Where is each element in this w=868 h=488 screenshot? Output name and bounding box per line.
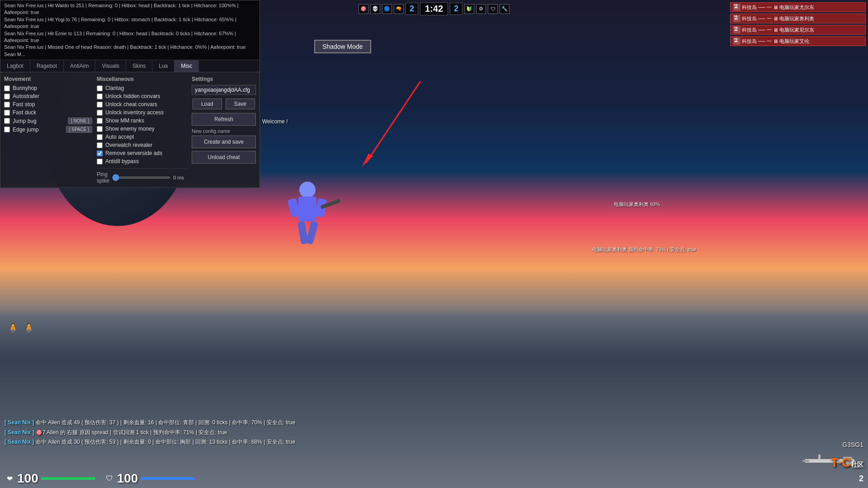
remove-serverside-ads-checkbox[interactable] <box>97 150 103 156</box>
enemy-info-2: 电脑玩家奥利奥 预判命中率: 71% | 安全点: true <box>592 246 696 253</box>
chat-name-1: [ Sean Nix ] <box>5 419 34 426</box>
hud-top-center: 🎯 💀 🔵 🔫 2 1:42 2 🔰 ⚙ 🛡 🔧 <box>359 2 509 15</box>
tab-misc[interactable]: Misc <box>175 60 199 72</box>
kill-log-line-1: Sean Nix Free.ius | Hit Waldo to 251 | R… <box>4 2 256 16</box>
shadow-mode-button[interactable]: Shadow Mode <box>314 40 371 53</box>
ping-spike-row: Ping spike 0 ms <box>97 168 187 184</box>
overwatch-revealer-label: Overwatch revealer <box>105 142 152 148</box>
unlock-cheat-convars-label: Unlock cheat convars <box>105 101 157 108</box>
misc-antidll-row: Antidll bypass <box>97 158 187 164</box>
movement-column: Movement Bunnyhop Autostrafer Fast stop … <box>4 76 92 184</box>
score-icon-4: 🏝 <box>733 38 741 45</box>
misc-showmmranks-row: Show MM ranks <box>97 117 187 124</box>
movement-fastduck-row: Fast duck <box>4 109 92 116</box>
weapon-ammo: 2 <box>800 474 863 483</box>
svg-line-0 <box>366 81 420 163</box>
antidll-bypass-checkbox[interactable] <box>97 159 103 164</box>
show-mm-ranks-checkbox[interactable] <box>97 118 103 124</box>
edgejump-key[interactable]: [ SPACE ] <box>66 126 92 133</box>
jumpbug-key[interactable]: [ NONE ] <box>68 117 92 124</box>
svg-rect-3 <box>298 197 316 221</box>
auto-accept-checkbox[interactable] <box>97 134 103 140</box>
armor-icon: 🛡 <box>104 474 114 483</box>
player-icon-2: 🧍 <box>23 323 35 334</box>
misc-overwatch-row: Overwatch revealer <box>97 142 187 148</box>
jumpbug-checkbox[interactable] <box>4 118 10 124</box>
armor-bar-fill <box>141 477 195 480</box>
remove-serverside-ads-label: Remove serverside ads <box>105 150 162 156</box>
player-icons: 🧍 🧍 <box>7 323 35 334</box>
load-save-row: Load Save <box>192 98 256 110</box>
enemy-info-1: 电脑玩家奥利奥 93% <box>614 201 660 208</box>
player-character <box>262 176 353 258</box>
chat-log: [ Sean Nix ] 命中 Allen 造成 49 ( 预估伤害: 37 )… <box>5 418 295 447</box>
ping-spike-value: 0 ms <box>173 175 189 180</box>
refresh-button[interactable]: Refresh <box>192 113 256 126</box>
player-icon-1: 🧍 <box>7 323 19 334</box>
svg-rect-11 <box>802 460 809 462</box>
bunnyhop-checkbox[interactable] <box>4 85 10 91</box>
load-button[interactable]: Load <box>193 99 222 109</box>
config-input[interactable] <box>192 85 256 95</box>
unlock-inventory-checkbox[interactable] <box>97 110 103 116</box>
svg-point-2 <box>299 182 316 198</box>
unload-cheat-button[interactable]: Unload cheat <box>192 151 256 164</box>
health-bar <box>41 477 95 480</box>
chat-line-2: [ Sean Nix ] 🎯7 Allen 的 右腿 原因 spread | 尝… <box>5 428 295 437</box>
save-button[interactable]: Save <box>226 99 255 109</box>
tab-lagbot[interactable]: Lagbot <box>0 60 30 72</box>
score-row-2: 🏝 科技岛 ── 一 🖥 电脑玩家奥利奥 <box>730 14 866 23</box>
chat-text-3: 命中 Allen 造成 30 ( 预估伤害: 53 ) | 剩余血量: 0 | … <box>36 439 295 445</box>
score-row-4: 🏝 科技岛 ── 一 🖥 电脑玩家艾伦 <box>730 36 866 46</box>
hud-icon-left1: 🎯 <box>359 4 368 14</box>
kill-log-line-5: Sean M... <box>4 51 256 58</box>
tc-logo: T·C社区 <box>830 455 863 470</box>
chat-name-2: [ Sean Nix ] <box>5 429 34 436</box>
faststop-label: Fast stop <box>13 101 35 108</box>
armor-value: 100 <box>117 471 138 486</box>
hud-icon-right1: 🔰 <box>464 4 474 14</box>
tab-antiaim[interactable]: AntiAim <box>64 60 95 72</box>
welcome-text: Welcome ! <box>262 118 288 125</box>
faststop-checkbox[interactable] <box>4 102 10 108</box>
misc-unlockinventory-row: Unlock inventory access <box>97 109 187 116</box>
chat-text-1: 命中 Allen 造成 49 ( 预估伤害: 37 ) | 剩余血量: 16 |… <box>36 419 295 426</box>
movement-faststop-row: Fast stop <box>4 101 92 108</box>
unlock-hidden-convars-checkbox[interactable] <box>97 94 103 99</box>
overwatch-revealer-checkbox[interactable] <box>97 142 103 148</box>
chat-line-3: [ Sean Nix ] 命中 Allen 造成 30 ( 预估伤害: 53 )… <box>5 438 295 446</box>
tab-visuals[interactable]: Visuals <box>95 60 126 72</box>
ping-spike-slider[interactable] <box>112 177 170 178</box>
unlock-cheat-convars-checkbox[interactable] <box>97 102 103 108</box>
ping-spike-label: Ping spike <box>97 171 109 184</box>
misc-column: Miscellaneous Clantag Unlock hidden conv… <box>97 76 187 184</box>
unlock-inventory-label: Unlock inventory access <box>105 109 164 116</box>
create-save-button[interactable]: Create and save <box>192 136 256 148</box>
cheat-panel: Sean Nix Free.ius | Hit Waldo to 251 | R… <box>0 0 260 188</box>
edgejump-checkbox[interactable] <box>4 127 10 132</box>
score-label-1: 科技岛 ── 一 🖥 电脑玩家尤尔东 <box>742 4 814 11</box>
panel-content: Movement Bunnyhop Autostrafer Fast stop … <box>0 72 259 188</box>
score-row-1: 🏝 科技岛 ── 一 🖥 电脑玩家尤尔东 <box>730 2 866 12</box>
hud-icon-right3: 🛡 <box>488 4 498 14</box>
tab-ragebot[interactable]: Ragebot <box>30 60 64 72</box>
health-display: ❤ 100 <box>5 471 95 486</box>
tab-skins[interactable]: Skins <box>126 60 152 72</box>
score-row-3: 🏝 科技岛 ── 一 🖥 电脑玩家尼尔东 <box>730 25 866 35</box>
score-label-2: 科技岛 ── 一 🖥 电脑玩家奥利奥 <box>742 15 814 22</box>
movement-edgejump-row: Edge jump [ SPACE ] <box>4 126 92 133</box>
show-enemy-money-checkbox[interactable] <box>97 126 103 132</box>
health-value: 100 <box>17 471 38 486</box>
terrain <box>0 307 868 488</box>
kill-log-line-3: Sean Nix Free.ius | Hit Ernie to 113 | R… <box>4 30 256 44</box>
score-icon-3: 🏝 <box>733 26 741 33</box>
fastduck-checkbox[interactable] <box>4 110 10 116</box>
clantag-checkbox[interactable] <box>97 85 103 91</box>
show-mm-ranks-label: Show MM ranks <box>105 117 144 124</box>
show-enemy-money-label: Show enemy money <box>105 126 155 132</box>
autostrafer-checkbox[interactable] <box>4 94 10 99</box>
health-icon: ❤ <box>5 474 14 483</box>
team-score-left: 2 <box>406 3 418 15</box>
movement-jumpbug-row: Jump bug [ NONE ] <box>4 117 92 124</box>
tab-lua[interactable]: Lua <box>152 60 175 72</box>
